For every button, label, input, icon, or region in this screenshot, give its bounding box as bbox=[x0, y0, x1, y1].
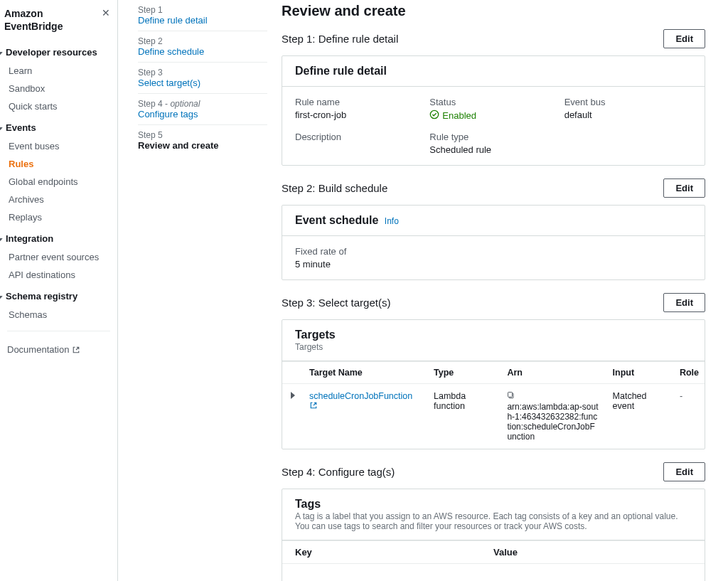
documentation-link[interactable]: Documentation bbox=[0, 339, 117, 361]
close-icon[interactable]: ✕ bbox=[102, 7, 110, 18]
panel-title-targets: Targets bbox=[295, 329, 692, 341]
panel-event-schedule: Event schedule Info Fixed rate of 5 minu… bbox=[282, 205, 705, 280]
nav-item-quick-starts[interactable]: Quick starts bbox=[0, 97, 117, 115]
panel-title-define-rule: Define rule detail bbox=[295, 65, 692, 78]
nav-item-replays[interactable]: Replays bbox=[0, 208, 117, 226]
wizard-step-1: Step 1 Define rule detail bbox=[138, 0, 267, 31]
panel-body-define-rule: Rule name first-cron-job Status Enabled … bbox=[282, 87, 705, 165]
panel-header-define-rule: Define rule detail bbox=[282, 56, 705, 87]
tags-col-value: Value bbox=[493, 547, 692, 558]
nav-item-archives[interactable]: Archives bbox=[0, 191, 117, 208]
sidebar: Amazon EventBridge ✕ Developer resources… bbox=[0, 0, 118, 581]
step2-heading: Step 2: Build schedule bbox=[282, 182, 387, 194]
external-link-icon bbox=[309, 401, 318, 410]
page-title: Review and create bbox=[282, 3, 705, 19]
wizard-step-3-label: Step 3 bbox=[138, 68, 267, 78]
edit-step3-button[interactable]: Edit bbox=[663, 293, 705, 312]
panel-title-tags: Tags bbox=[295, 498, 692, 511]
col-input: Input bbox=[607, 362, 674, 384]
nav-group-developer-resources[interactable]: Developer resources bbox=[0, 40, 117, 62]
wizard-step-4-label: Step 4 - optional bbox=[138, 99, 267, 109]
nav-divider bbox=[7, 331, 110, 331]
panel-body-schedule: Fixed rate of 5 minute bbox=[282, 236, 705, 279]
panel-define-rule-detail: Define rule detail Rule name first-cron-… bbox=[282, 55, 705, 166]
rule-type-label: Rule type bbox=[429, 132, 557, 142]
fixed-rate-value: 5 minute bbox=[295, 259, 692, 270]
fixed-rate-label: Fixed rate of bbox=[295, 246, 692, 257]
nav-group-integration[interactable]: Integration bbox=[0, 226, 117, 248]
panel-sub-targets: Targets bbox=[295, 342, 692, 352]
event-bus-label: Event bus bbox=[564, 97, 692, 107]
panel-targets: Targets Targets Target Name Type Arn Inp… bbox=[282, 319, 705, 449]
target-arn-text: arn:aws:lambda:ap-south-1:463432632382:f… bbox=[507, 402, 599, 442]
nav-group-events[interactable]: Events bbox=[0, 115, 117, 137]
event-bus-value: default bbox=[564, 110, 692, 120]
main-content: Review and create Step 1: Define rule de… bbox=[282, 0, 728, 581]
nav-item-sandbox[interactable]: Sandbox bbox=[0, 80, 117, 97]
panel-tags: Tags A tag is a label that you assign to… bbox=[282, 489, 705, 581]
nav-item-event-buses[interactable]: Event buses bbox=[0, 137, 117, 155]
tags-col-key: Key bbox=[295, 547, 493, 558]
panel-header-tags: Tags A tag is a label that you assign to… bbox=[282, 489, 705, 540]
step1-heading: Step 1: Define rule detail bbox=[282, 33, 398, 45]
step2-header-row: Step 2: Build schedule Edit bbox=[282, 178, 705, 198]
wizard-step-2-label: Step 2 bbox=[138, 36, 267, 46]
target-input: Matched event bbox=[607, 384, 674, 449]
panel-title-schedule: Event schedule Info bbox=[295, 214, 692, 227]
service-title: Amazon EventBridge bbox=[4, 7, 102, 33]
check-circle-icon bbox=[429, 110, 439, 122]
nav-item-api-destinations[interactable]: API destinations bbox=[0, 266, 117, 284]
expand-row-icon[interactable] bbox=[291, 392, 295, 399]
wizard-step-1-link[interactable]: Define rule detail bbox=[138, 15, 267, 26]
copy-icon[interactable] bbox=[507, 391, 515, 402]
edit-step2-button[interactable]: Edit bbox=[663, 178, 705, 198]
wizard-steps: Step 1 Define rule detail Step 2 Define … bbox=[118, 0, 282, 581]
table-row: scheduleCronJobFunction Lambda function … bbox=[282, 384, 705, 449]
step3-header-row: Step 3: Select target(s) Edit bbox=[282, 293, 705, 312]
wizard-step-3-link[interactable]: Select target(s) bbox=[138, 78, 267, 88]
panel-desc-tags: A tag is a label that you assign to an A… bbox=[295, 511, 692, 531]
col-target-name: Target Name bbox=[304, 362, 428, 384]
target-role: - bbox=[680, 391, 682, 401]
wizard-step-3: Step 3 Select target(s) bbox=[138, 63, 267, 94]
documentation-label: Documentation bbox=[7, 344, 69, 355]
rule-name-value: first-cron-job bbox=[295, 110, 422, 120]
tags-columns: Key Value bbox=[282, 540, 705, 563]
edit-step4-button[interactable]: Edit bbox=[663, 462, 705, 481]
wizard-step-2: Step 2 Define schedule bbox=[138, 31, 267, 63]
nav-item-rules[interactable]: Rules bbox=[0, 155, 117, 173]
nav-item-global-endpoints[interactable]: Global endpoints bbox=[0, 173, 117, 191]
step1-header-row: Step 1: Define rule detail Edit bbox=[282, 29, 705, 48]
sidebar-header: Amazon EventBridge ✕ bbox=[0, 7, 117, 40]
external-link-icon bbox=[72, 346, 80, 354]
nav-group-schema-registry[interactable]: Schema registry bbox=[0, 284, 117, 306]
col-role: Role bbox=[674, 362, 705, 384]
wizard-step-1-label: Step 1 bbox=[138, 5, 267, 15]
wizard-step-4: Step 4 - optional Configure tags bbox=[138, 94, 267, 125]
col-arn: Arn bbox=[501, 362, 606, 384]
status-value: Enabled bbox=[429, 110, 476, 122]
wizard-step-4-link[interactable]: Configure tags bbox=[138, 109, 267, 119]
target-name-link[interactable]: scheduleCronJobFunction bbox=[309, 391, 412, 412]
nav-item-partner-event-sources[interactable]: Partner event sources bbox=[0, 248, 117, 266]
svg-rect-2 bbox=[508, 393, 513, 398]
targets-table: Target Name Type Arn Input Role schedule… bbox=[282, 361, 705, 449]
step4-heading: Step 4: Configure tag(s) bbox=[282, 466, 395, 478]
nav-item-schemas[interactable]: Schemas bbox=[0, 306, 117, 324]
panel-header-targets: Targets Targets bbox=[282, 320, 705, 361]
panel-header-schedule: Event schedule Info bbox=[282, 206, 705, 236]
edit-step1-button[interactable]: Edit bbox=[663, 29, 705, 48]
wizard-step-2-link[interactable]: Define schedule bbox=[138, 46, 267, 57]
description-label: Description bbox=[295, 132, 422, 142]
wizard-step-5-current: Review and create bbox=[138, 140, 267, 151]
target-type: Lambda function bbox=[428, 384, 501, 449]
step4-header-row: Step 4: Configure tag(s) Edit bbox=[282, 462, 705, 481]
step3-heading: Step 3: Select target(s) bbox=[282, 297, 390, 309]
rule-name-label: Rule name bbox=[295, 97, 422, 107]
info-link[interactable]: Info bbox=[385, 216, 399, 226]
wizard-step-5-label: Step 5 bbox=[138, 130, 267, 140]
nav-item-learn[interactable]: Learn bbox=[0, 62, 117, 80]
wizard-step-5: Step 5 Review and create bbox=[138, 125, 267, 156]
tags-empty-row bbox=[282, 563, 705, 581]
status-label: Status bbox=[429, 97, 557, 107]
